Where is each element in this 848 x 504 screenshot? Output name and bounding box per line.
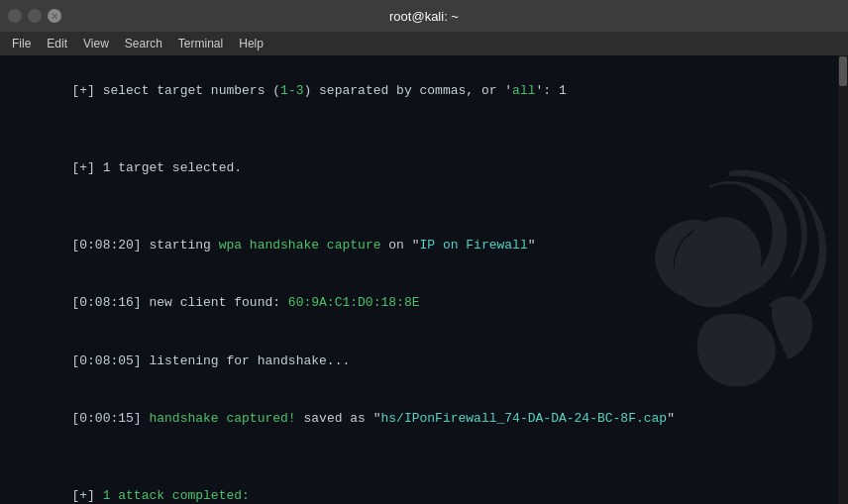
line-new-client: [0:08:16] new client found: 60:9A:C1:D0:… — [10, 274, 838, 333]
close-button[interactable]: ✕ — [48, 9, 61, 23]
blank-line-1 — [10, 120, 838, 140]
blank-line-2 — [10, 197, 838, 217]
menubar: File Edit View Search Terminal Help — [0, 32, 848, 55]
minimize-button[interactable]: ─ — [8, 9, 22, 23]
terminal-body[interactable]: [+] select target numbers (1-3) separate… — [0, 55, 848, 504]
line-target-selected: [+] 1 target selected. — [10, 139, 838, 197]
menu-file[interactable]: File — [4, 35, 39, 52]
maximize-button[interactable]: □ — [28, 9, 42, 23]
line-select-target: [+] select target numbers (1-3) separate… — [10, 61, 838, 120]
menu-edit[interactable]: Edit — [39, 35, 75, 52]
terminal-content: [+] select target numbers (1-3) separate… — [10, 61, 838, 504]
menu-view[interactable]: View — [75, 35, 117, 52]
line-handshake-captured: [0:00:15] handshake captured! saved as "… — [10, 390, 838, 449]
window-title: root@kali: ~ — [389, 9, 459, 24]
window-controls: ─ □ ✕ — [8, 9, 61, 23]
scrollbar[interactable] — [838, 55, 848, 504]
line-listening: [0:08:05] listening for handshake... — [10, 332, 838, 390]
line-starting-wpa: [0:08:20] starting wpa handshake capture… — [10, 216, 838, 274]
menu-help[interactable]: Help — [231, 35, 271, 52]
line-attack-completed: [+] 1 attack completed: — [10, 467, 838, 505]
blank-line-3 — [10, 448, 838, 467]
scrollbar-thumb[interactable] — [839, 56, 847, 86]
menu-search[interactable]: Search — [117, 35, 170, 52]
terminal-window: ─ □ ✕ root@kali: ~ File Edit View Search… — [0, 0, 848, 504]
menu-terminal[interactable]: Terminal — [170, 35, 231, 52]
titlebar: ─ □ ✕ root@kali: ~ — [0, 0, 848, 32]
